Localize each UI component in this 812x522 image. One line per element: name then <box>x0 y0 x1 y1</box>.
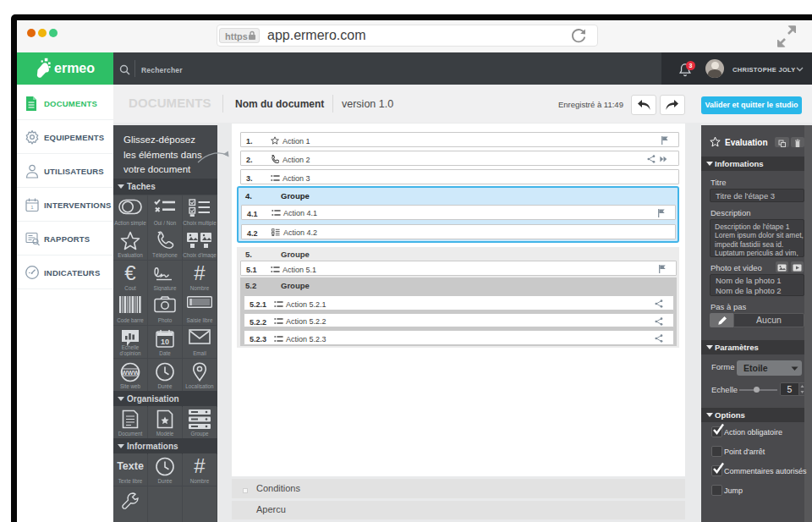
svg-text:1: 1 <box>30 205 34 210</box>
svg-text:10: 10 <box>161 338 169 346</box>
svg-text:WWW: WWW <box>121 369 140 376</box>
